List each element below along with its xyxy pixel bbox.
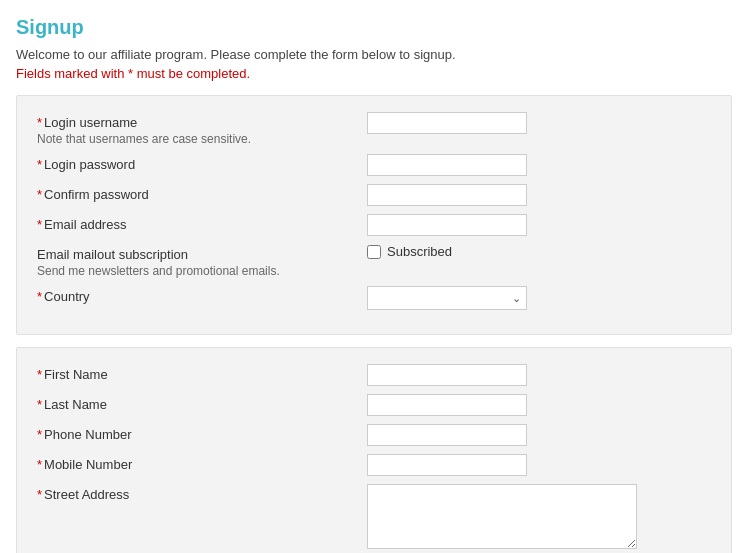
street-address-row: *Street Address — [37, 484, 711, 552]
confirm-password-row: *Confirm password — [37, 184, 711, 206]
email-mailout-row: Email mailout subscription Send me newsl… — [37, 244, 711, 278]
street-address-textarea[interactable] — [367, 484, 637, 549]
country-select-wrapper: ⌄ — [367, 286, 527, 310]
username-sublabel: Note that usernames are case sensitive. — [37, 132, 367, 146]
subscribed-label: Subscribed — [387, 244, 452, 259]
must-be-completed-text: must be completed. — [137, 66, 250, 81]
mobile-number-row: *Mobile Number — [37, 454, 711, 476]
country-select[interactable] — [367, 286, 527, 310]
first-name-label: *First Name — [37, 364, 367, 382]
country-label: *Country — [37, 286, 367, 304]
subscribed-checkbox[interactable] — [367, 245, 381, 259]
required-star: * — [128, 66, 133, 81]
email-address-input[interactable] — [367, 214, 527, 236]
last-name-label: *Last Name — [37, 394, 367, 412]
first-name-row: *First Name — [37, 364, 711, 386]
email-mailout-sublabel: Send me newsletters and promotional emai… — [37, 264, 367, 278]
mobile-number-input[interactable] — [367, 454, 527, 476]
login-username-input[interactable] — [367, 112, 527, 134]
login-password-input[interactable] — [367, 154, 527, 176]
email-address-row: *Email address — [37, 214, 711, 236]
login-password-row: *Login password — [37, 154, 711, 176]
email-address-label: *Email address — [37, 214, 367, 232]
confirm-password-input[interactable] — [367, 184, 527, 206]
subscribed-checkbox-row: Subscribed — [367, 244, 711, 259]
intro-line1: Welcome to our affiliate program. Please… — [16, 47, 732, 62]
login-username-row: *Login username Note that usernames are … — [37, 112, 711, 146]
fields-marked-text: Fields marked with — [16, 66, 128, 81]
email-mailout-label: Email mailout subscription Send me newsl… — [37, 244, 367, 278]
mobile-number-label: *Mobile Number — [37, 454, 367, 472]
phone-number-row: *Phone Number — [37, 424, 711, 446]
phone-number-input[interactable] — [367, 424, 527, 446]
phone-number-label: *Phone Number — [37, 424, 367, 442]
last-name-input[interactable] — [367, 394, 527, 416]
login-username-label: *Login username Note that usernames are … — [37, 112, 367, 146]
req-star: * — [37, 115, 42, 130]
login-username-input-col — [367, 112, 711, 134]
country-row: *Country ⌄ — [37, 286, 711, 310]
last-name-row: *Last Name — [37, 394, 711, 416]
section-personal: *First Name *Last Name *Phone Number *Mo… — [16, 347, 732, 553]
section-account: *Login username Note that usernames are … — [16, 95, 732, 335]
street-address-label: *Street Address — [37, 484, 367, 502]
confirm-password-label: *Confirm password — [37, 184, 367, 202]
page-title: Signup — [16, 16, 732, 39]
required-note: Fields marked with * must be completed. — [16, 66, 732, 81]
login-password-label: *Login password — [37, 154, 367, 172]
first-name-input[interactable] — [367, 364, 527, 386]
